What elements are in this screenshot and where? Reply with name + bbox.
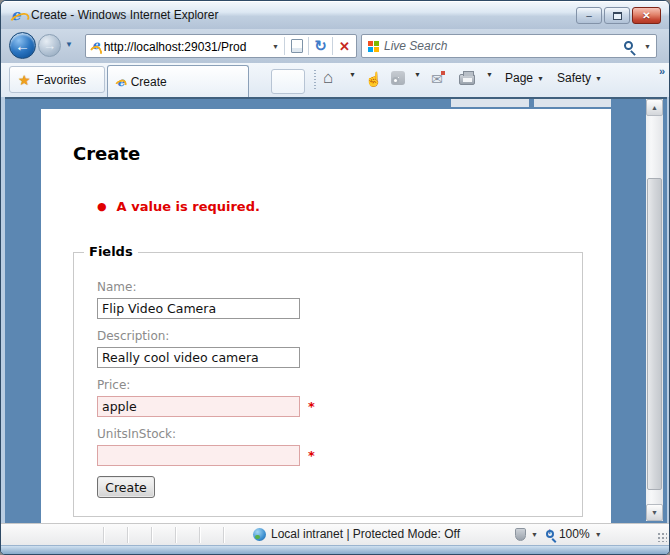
print-dropdown[interactable]: ▼ xyxy=(482,71,493,78)
scroll-down-button[interactable]: ▼ xyxy=(646,504,663,521)
address-bar: e ▼ ↻ ✕ xyxy=(85,34,357,58)
tab-favicon-icon: e xyxy=(117,76,125,88)
site-menu-tab[interactable] xyxy=(534,99,611,107)
title-bar[interactable]: e Create - Windows Internet Explorer – ✕ xyxy=(1,1,670,29)
compatibility-view-icon xyxy=(291,39,303,53)
safety-menu-label: Safety xyxy=(557,71,591,85)
home-dropdown[interactable]: ▼ xyxy=(345,71,356,78)
search-icon[interactable] xyxy=(624,41,633,50)
divider xyxy=(223,527,224,543)
navigation-bar: ← → ▼ e ▼ ↻ ✕ ▼ xyxy=(1,29,670,63)
fieldset-legend: Fields xyxy=(84,244,138,259)
price-field[interactable] xyxy=(97,396,300,417)
ie-logo-icon: e xyxy=(11,8,28,25)
vertical-scrollbar[interactable]: ▲ ▼ xyxy=(646,99,663,521)
page-favicon-icon: e xyxy=(92,39,100,57)
divider xyxy=(103,527,104,543)
chevron-down-icon: ▼ xyxy=(644,43,651,50)
search-input[interactable] xyxy=(384,39,620,53)
close-icon: ✕ xyxy=(642,10,650,21)
page-title: Create xyxy=(73,143,140,164)
favorites-label: Favorites xyxy=(37,73,86,87)
chevron-down-icon: ▼ xyxy=(595,75,602,82)
refresh-button[interactable]: ↻ xyxy=(309,35,332,57)
chevron-down-icon[interactable]: ▼ xyxy=(531,531,538,538)
chevron-down-icon: ▼ xyxy=(272,43,279,50)
slideshow-button[interactable]: ☝ xyxy=(365,71,382,87)
chevron-down-icon[interactable]: ▼ xyxy=(595,531,602,538)
tab-create[interactable]: e Create xyxy=(107,65,249,97)
web-page: Create ● A value is required. Fields Nam… xyxy=(41,109,611,523)
refresh-icon: ↻ xyxy=(314,37,327,55)
form-group-price: Price: * xyxy=(97,378,582,417)
home-button[interactable]: ⌂ xyxy=(323,71,333,85)
mail-icon: ✉ xyxy=(431,71,443,87)
bullet-icon: ● xyxy=(97,200,107,213)
compatibility-view-button[interactable] xyxy=(285,35,308,57)
price-label: Price: xyxy=(97,378,582,393)
create-submit-button[interactable]: Create xyxy=(97,476,155,498)
fields-fieldset: Fields Name: Description: Price: * Units… xyxy=(73,252,583,517)
resize-grip[interactable] xyxy=(657,532,667,542)
more-commands-button[interactable]: » xyxy=(659,65,665,77)
divider xyxy=(199,527,200,543)
scroll-up-icon: ▲ xyxy=(651,104,658,111)
browser-window: e Create - Windows Internet Explorer – ✕… xyxy=(0,0,670,555)
back-icon: ← xyxy=(15,37,30,54)
favorites-button[interactable]: ★ Favorites xyxy=(9,66,105,93)
chevron-down-icon: ▼ xyxy=(537,75,544,82)
name-label: Name: xyxy=(97,280,582,295)
name-field[interactable] xyxy=(97,298,300,319)
feeds-dropdown[interactable]: ▼ xyxy=(410,71,421,78)
scroll-up-button[interactable]: ▲ xyxy=(646,99,663,116)
feeds-button[interactable] xyxy=(391,71,405,85)
zoom-level[interactable]: 100% xyxy=(559,527,590,541)
print-button[interactable] xyxy=(459,71,475,85)
back-button[interactable]: ← xyxy=(9,32,36,59)
divider xyxy=(127,527,128,543)
zoom-icon[interactable] xyxy=(546,530,554,538)
validation-summary: ● A value is required. xyxy=(97,199,260,214)
new-tab-button[interactable] xyxy=(271,69,305,94)
close-button[interactable]: ✕ xyxy=(632,7,661,24)
stop-button[interactable]: ✕ xyxy=(333,35,356,57)
required-marker: * xyxy=(308,399,315,414)
page-menu-label: Page xyxy=(505,71,533,85)
maximize-button[interactable] xyxy=(604,7,630,24)
address-input[interactable] xyxy=(104,35,267,57)
security-settings-icon[interactable] xyxy=(515,528,526,541)
safety-menu[interactable]: Safety ▼ xyxy=(557,71,602,85)
maximize-icon xyxy=(613,12,622,20)
hand-icon: ☝ xyxy=(365,71,382,87)
chevron-down-icon: ▼ xyxy=(414,71,421,78)
printer-icon xyxy=(459,74,475,85)
form-group-unitsinstock: UnitsInStock: * xyxy=(97,427,582,466)
rss-feed-icon xyxy=(391,71,405,85)
chevron-down-icon: ▼ xyxy=(65,40,73,49)
forward-button[interactable]: → xyxy=(38,34,61,57)
home-icon: ⌂ xyxy=(323,71,333,85)
stop-icon: ✕ xyxy=(339,39,350,54)
address-dropdown-button[interactable]: ▼ xyxy=(267,35,284,57)
description-field[interactable] xyxy=(97,347,300,368)
forward-icon: → xyxy=(43,38,56,53)
scrollbar-thumb[interactable] xyxy=(647,178,662,490)
status-bar: Local intranet | Protected Mode: Off ▼ 1… xyxy=(1,523,670,545)
unitsinstock-label: UnitsInStock: xyxy=(97,427,582,442)
toolbar-drag-handle[interactable] xyxy=(314,70,316,90)
divider xyxy=(151,527,152,543)
page-menu[interactable]: Page ▼ xyxy=(505,71,544,85)
read-mail-button[interactable]: ✉ xyxy=(431,71,443,87)
minimize-button[interactable]: – xyxy=(576,7,602,24)
site-menu-tab[interactable] xyxy=(451,99,529,107)
chevron-down-icon: ▼ xyxy=(349,71,356,78)
tab-label: Create xyxy=(131,75,167,89)
validation-error-text: A value is required. xyxy=(117,199,260,214)
unitsinstock-field[interactable] xyxy=(97,445,300,466)
divider xyxy=(175,527,176,543)
recent-pages-dropdown[interactable]: ▼ xyxy=(65,40,73,49)
required-marker: * xyxy=(308,448,315,463)
more-icon: » xyxy=(659,65,665,77)
live-search-logo-icon xyxy=(368,41,379,52)
search-dropdown-button[interactable]: ▼ xyxy=(639,43,656,50)
